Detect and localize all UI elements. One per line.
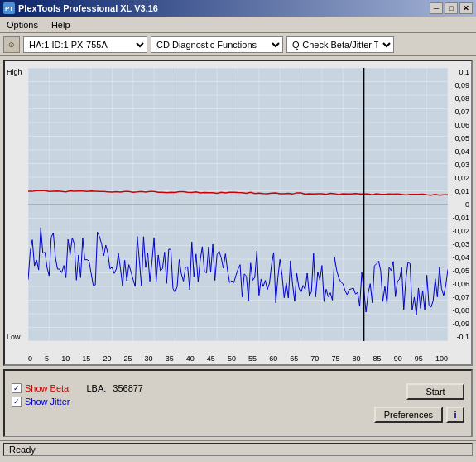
x-axis-label: 55 [248,354,257,363]
y-right-label: 0,03 [450,161,469,169]
y-right-label: -0,1 [450,333,469,341]
test-select[interactable]: Q-Check Beta/Jitter Test [286,36,394,53]
status-bar: Ready [0,440,476,457]
bottom-panel: ✓ Show Beta ✓ Show Jitter LBA: 356877 St… [3,369,473,437]
y-right-label: -0,04 [450,253,469,262]
x-axis-label: 65 [290,354,298,363]
preferences-button[interactable]: Preferences [374,407,443,423]
info-button[interactable]: i [446,407,464,423]
x-axis-label: 60 [269,354,277,363]
x-axis-label: 35 [166,354,174,363]
show-beta-row: ✓ Show Beta [12,383,70,393]
x-axis-label: 45 [207,354,215,363]
y-right-label: 0,05 [450,134,469,142]
x-axis-label: 85 [373,354,382,363]
y-right-label: 0,08 [450,94,469,103]
y-left-label: High [7,68,28,76]
y-right-label: 0,06 [450,121,469,129]
menu-options[interactable]: Options [3,18,41,31]
lba-label: LBA: [86,383,106,393]
drive-select[interactable]: HA:1 ID:1 PX-755A [23,36,147,53]
window-title: PlexTools Professional XL V3.16 [18,3,158,13]
x-axis-label: 0 [28,354,32,363]
chart-container: HighLow 0,10,090,080,070,060,050,040,030… [3,60,473,366]
app-icon: PT [3,2,15,14]
show-jitter-row: ✓ Show Jitter [12,397,70,407]
y-right-label: 0,04 [450,147,469,156]
x-axis-label: 15 [82,354,90,363]
bottom-buttons-row: Preferences i [12,407,464,423]
x-axis-label: 80 [353,354,361,363]
y-right-label: 0,07 [450,108,469,116]
show-beta-label: Show Beta [25,383,69,393]
x-axis-label: 5 [45,354,49,363]
status-text: Ready [3,443,473,456]
x-axis-label: 25 [123,354,132,363]
x-axis-label: 70 [310,354,319,363]
function-select[interactable]: CD Diagnostic Functions [151,36,283,53]
y-right-label: -0,09 [450,320,469,328]
y-right-label: 0 [450,200,469,209]
x-axis-label: 10 [61,354,70,363]
y-right-label: 0,01 [450,187,469,195]
x-axis-label: 75 [331,354,339,363]
y-right-label: -0,05 [450,267,469,275]
y-right-label: -0,01 [450,214,469,222]
x-axis: 0510152025303540455055606570758085909510… [28,354,448,363]
maximize-button[interactable]: □ [445,2,458,14]
menu-bar: Options Help [0,17,476,33]
lba-section: LBA: 356877 [86,383,143,393]
y-right-label: 0,09 [450,81,469,89]
y-axis-left: HighLow [7,68,28,341]
chart-svg [28,68,448,341]
lba-value: 356877 [113,383,143,393]
chart-area [28,68,448,341]
x-axis-label: 90 [394,354,402,363]
y-right-label: -0,07 [450,293,469,301]
y-right-label: -0,02 [450,227,469,235]
x-axis-label: 50 [228,354,236,363]
checkboxes-column: ✓ Show Beta ✓ Show Jitter [12,383,70,407]
y-right-label: 0,02 [450,174,469,182]
start-button[interactable]: Start [406,383,464,400]
x-axis-label: 20 [103,354,111,363]
show-jitter-label: Show Jitter [25,397,70,407]
toolbar: ⊙ HA:1 ID:1 PX-755A CD Diagnostic Functi… [0,33,476,56]
show-jitter-checkbox[interactable]: ✓ [12,397,22,407]
close-button[interactable]: ✕ [459,2,473,14]
minimize-button[interactable]: ─ [430,2,443,14]
y-left-label: Low [7,333,28,341]
x-axis-label: 40 [186,354,195,363]
x-axis-label: 30 [145,354,153,363]
x-axis-label: 95 [415,354,423,363]
y-right-label: -0,08 [450,306,469,315]
y-right-label: -0,06 [450,280,469,288]
menu-help[interactable]: Help [48,18,74,31]
y-right-label: 0,1 [450,68,469,76]
drive-icon: ⊙ [3,36,20,53]
show-beta-checkbox[interactable]: ✓ [12,383,22,393]
title-bar: PT PlexTools Professional XL V3.16 ─ □ ✕ [0,0,476,17]
buttons-column: Start [406,383,464,400]
y-right-label: -0,03 [450,240,469,248]
y-axis-right: 0,10,090,080,070,060,050,040,030,020,010… [450,68,469,341]
x-axis-label: 100 [435,354,448,363]
